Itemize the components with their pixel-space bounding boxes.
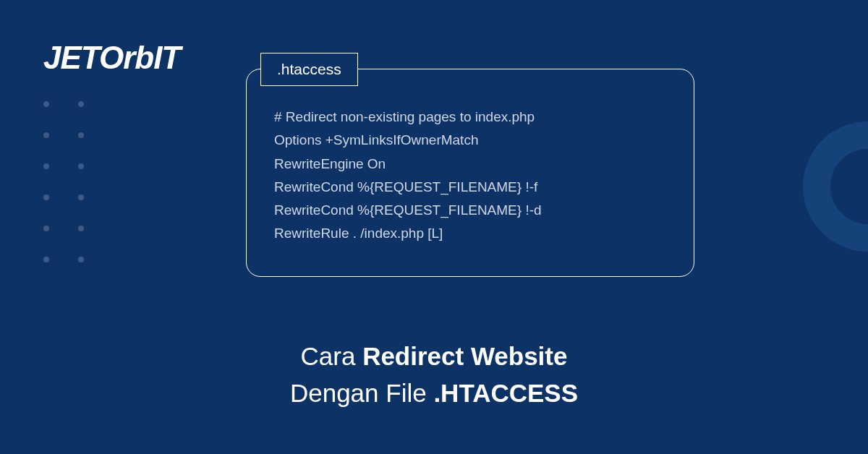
title-text-bold: Redirect Website bbox=[362, 342, 567, 370]
code-block: # Redirect non-existing pages to index.p… bbox=[246, 69, 694, 277]
dot bbox=[78, 226, 84, 231]
code-line: RewriteRule . /index.php [L] bbox=[274, 222, 666, 245]
decorative-dots bbox=[43, 101, 84, 262]
logo-text: JETOrbIT bbox=[43, 40, 180, 76]
title-text-bold: .HTACCESS bbox=[433, 379, 578, 407]
dot bbox=[43, 101, 49, 107]
dot bbox=[43, 163, 49, 169]
dot bbox=[78, 257, 84, 262]
dot bbox=[78, 194, 84, 200]
brand-logo: JETOrbIT bbox=[43, 40, 180, 76]
decorative-ring bbox=[803, 121, 868, 252]
code-line: RewriteCond %{REQUEST_FILENAME} !-d bbox=[274, 199, 666, 222]
dot bbox=[43, 132, 49, 138]
article-title: Cara Redirect Website Dengan File .HTACC… bbox=[0, 338, 868, 412]
dot bbox=[43, 226, 49, 231]
code-line: # Redirect non-existing pages to index.p… bbox=[274, 106, 666, 129]
code-line: RewriteEngine On bbox=[274, 153, 666, 176]
code-line: Options +SymLinksIfOwnerMatch bbox=[274, 129, 666, 152]
title-line-2: Dengan File .HTACCESS bbox=[0, 375, 868, 412]
title-text-light: Dengan File bbox=[290, 379, 433, 407]
title-line-1: Cara Redirect Website bbox=[0, 338, 868, 375]
code-block-label: .htaccess bbox=[260, 53, 358, 86]
title-text-light: Cara bbox=[301, 342, 363, 370]
code-line: RewriteCond %{REQUEST_FILENAME} !-f bbox=[274, 176, 666, 199]
dot bbox=[43, 194, 49, 200]
code-block-container: .htaccess # Redirect non-existing pages … bbox=[246, 69, 694, 277]
dot bbox=[78, 132, 84, 138]
dot bbox=[43, 257, 49, 262]
dot bbox=[78, 163, 84, 169]
dot bbox=[78, 101, 84, 107]
